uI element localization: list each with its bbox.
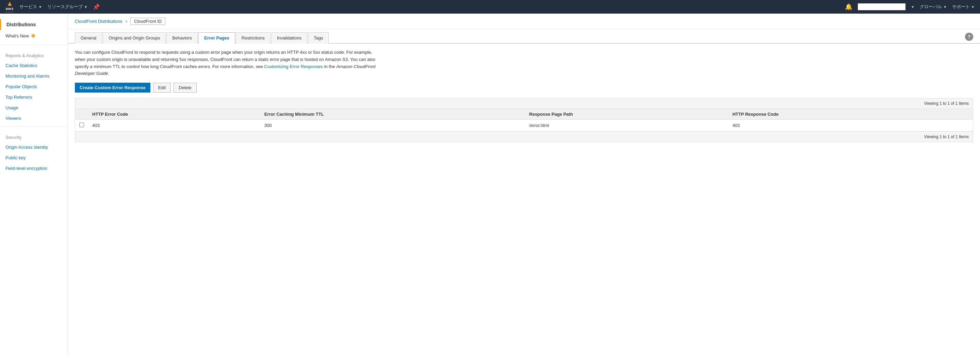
table-viewing-header: Viewing 1 to 1 of 1 Items (75, 99, 973, 109)
tab-tags[interactable]: Tags (308, 32, 329, 44)
breadcrumb: CloudFront Distributions > CloudFront ID (68, 14, 980, 29)
sidebar-item-usage[interactable]: Usage (0, 102, 68, 113)
sidebar-item-whats-new[interactable]: What's New ✱ (0, 30, 68, 42)
resources-chevron-icon: ▼ (84, 5, 88, 9)
tabs-bar: GeneralOrigins and Origin GroupsBehavior… (68, 32, 980, 44)
th-http-error-code: HTTP Error Code (88, 109, 260, 120)
sidebar-security-group-label: Security (0, 129, 68, 142)
sidebar-item-popular-objects[interactable]: Popular Objects (0, 81, 68, 92)
sidebar-item-public-key[interactable]: Public key (0, 153, 68, 163)
aws-logo[interactable]: ▲ aws ─── (5, 0, 14, 14)
services-menu[interactable]: サービス ▼ (19, 4, 42, 10)
th-extra (941, 109, 973, 120)
sidebar-reports-group-label: Reports & Analytics (0, 48, 68, 60)
error-pages-table: HTTP Error Code Error Caching Minimum TT… (75, 109, 973, 131)
tab-restrictions[interactable]: Restrictions (236, 32, 270, 44)
customizing-error-responses-link[interactable]: Customizing Error Responses (264, 64, 323, 69)
error-pages-table-wrapper: Viewing 1 to 1 of 1 Items HTTP Error Cod… (75, 98, 973, 142)
account-dropdown-chevron-icon: ▼ (911, 5, 914, 9)
sidebar-item-field-level-encryption[interactable]: Field-level encryption (0, 163, 68, 173)
error-pages-content: You can configure CloudFront to respond … (68, 44, 980, 148)
create-custom-error-response-button[interactable]: Create Custom Error Response (75, 83, 150, 92)
sidebar-distributions-title[interactable]: Distributions (0, 19, 68, 30)
tab-error-pages[interactable]: Error Pages (198, 32, 235, 44)
th-checkbox (75, 109, 88, 120)
sidebar-item-top-referrers[interactable]: Top Referrers (0, 92, 68, 102)
new-badge-icon: ✱ (31, 33, 35, 39)
account-search-input[interactable] (858, 3, 905, 10)
help-icon[interactable]: ? (965, 33, 973, 41)
breadcrumb-cloudfront-id[interactable]: CloudFront ID (130, 18, 165, 25)
pin-icon[interactable]: 📌 (93, 4, 100, 10)
support-chevron-icon: ▼ (971, 5, 975, 9)
region-menu[interactable]: グローバル ▼ (920, 4, 947, 10)
tab-general[interactable]: General (75, 32, 102, 44)
sidebar: Distributions What's New ✱ Reports & Ana… (0, 14, 68, 356)
description-text: You can configure CloudFront to respond … (75, 49, 381, 77)
th-error-caching-ttl: Error Caching Minimum TTL (260, 109, 525, 120)
breadcrumb-separator: > (125, 19, 127, 24)
resources-menu[interactable]: リソースグループ ▼ (47, 4, 88, 10)
th-http-response-code: HTTP Response Code (728, 109, 941, 120)
delete-button[interactable]: Delete (173, 83, 197, 92)
top-navigation: ▲ aws ─── サービス ▼ リソースグループ ▼ 📌 🔔 ▼ グローバル … (0, 0, 980, 14)
notifications-bell-icon[interactable]: 🔔 (845, 3, 853, 11)
cell-http-error-code: 403 (88, 120, 260, 131)
sidebar-item-origin-access-identity[interactable]: Origin Access Identity (0, 142, 68, 153)
main-content: CloudFront Distributions > CloudFront ID… (68, 14, 980, 356)
support-menu[interactable]: サポート ▼ (952, 4, 975, 10)
table-row: 403300/error.html403 (75, 120, 973, 131)
tab-origins[interactable]: Origins and Origin Groups (103, 32, 166, 44)
region-chevron-icon: ▼ (943, 5, 947, 9)
cell-error-caching-ttl: 300 (260, 120, 525, 131)
row-checkbox-cell (75, 120, 88, 131)
table-viewing-footer: Viewing 1 to 1 of 1 Items (75, 131, 973, 142)
tab-behaviors[interactable]: Behaviors (166, 32, 198, 44)
action-bar: Create Custom Error Response Edit Delete (75, 83, 973, 92)
services-chevron-icon: ▼ (38, 5, 42, 9)
cell-http-response-code: 403 (728, 120, 941, 131)
row-select-checkbox[interactable] (79, 122, 84, 127)
tab-invalidations[interactable]: Invalidations (271, 32, 307, 44)
sidebar-item-monitoring-alarms[interactable]: Monitoring and Alarms (0, 71, 68, 81)
cell-extra (941, 120, 973, 131)
edit-button[interactable]: Edit (153, 83, 171, 92)
breadcrumb-distributions-link[interactable]: CloudFront Distributions (75, 19, 122, 24)
sidebar-item-cache-statistics[interactable]: Cache Statistics (0, 60, 68, 71)
table-body: 403300/error.html403 (75, 120, 973, 131)
page-layout: Distributions What's New ✱ Reports & Ana… (0, 14, 980, 356)
sidebar-item-viewers[interactable]: Viewers (0, 113, 68, 124)
cell-response-page-path: /error.html (525, 120, 728, 131)
table-header: HTTP Error Code Error Caching Minimum TT… (75, 109, 973, 120)
th-response-page-path: Response Page Path (525, 109, 728, 120)
